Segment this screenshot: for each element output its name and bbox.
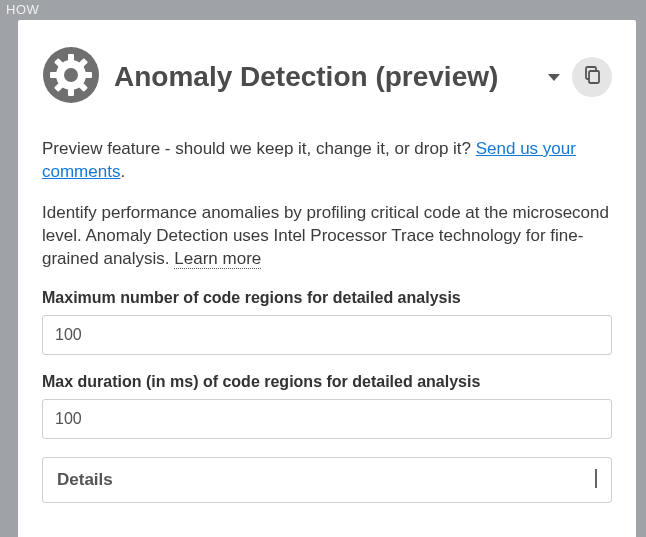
svg-rect-12 [589, 71, 599, 83]
config-panel: Anomaly Detection (preview) Preview feat… [18, 20, 636, 537]
description-text: Identify performance anomalies by profil… [42, 202, 612, 271]
panel-body: Preview feature - should we keep it, cha… [42, 138, 612, 503]
copy-button[interactable] [572, 57, 612, 97]
svg-rect-5 [84, 72, 92, 78]
dropdown-toggle[interactable] [548, 74, 560, 81]
max-duration-label: Max duration (in ms) of code regions for… [42, 373, 612, 391]
preview-text: Preview feature - should we keep it, cha… [42, 139, 476, 158]
panel-header: Anomaly Detection (preview) [42, 46, 612, 108]
max-regions-label: Maximum number of code regions for detai… [42, 289, 612, 307]
learn-more-link[interactable]: Learn more [174, 249, 261, 269]
preview-message: Preview feature - should we keep it, cha… [42, 138, 612, 184]
details-expander[interactable]: Details [42, 457, 612, 503]
page-title: Anomaly Detection (preview) [114, 60, 534, 94]
details-label: Details [57, 470, 595, 490]
max-duration-input[interactable] [42, 399, 612, 439]
gear-icon [42, 46, 100, 108]
svg-rect-4 [50, 72, 58, 78]
copy-icon [583, 66, 601, 88]
svg-rect-3 [68, 88, 74, 96]
top-category-label: HOW [0, 0, 646, 20]
chevron-right-icon [595, 471, 597, 489]
svg-point-10 [64, 68, 78, 82]
max-regions-input[interactable] [42, 315, 612, 355]
svg-rect-2 [68, 54, 74, 62]
